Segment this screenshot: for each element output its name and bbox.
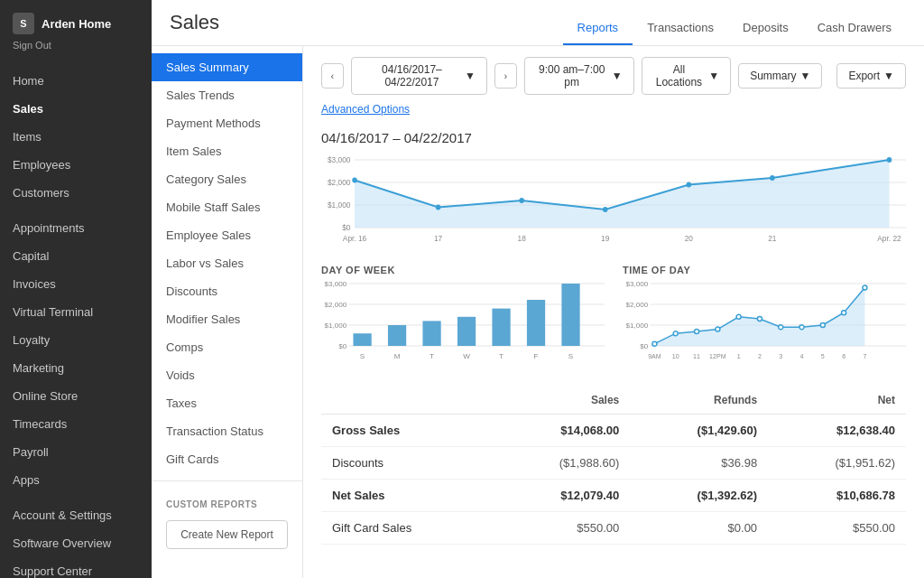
row-label: Gift Card Sales xyxy=(321,512,492,545)
svg-text:17: 17 xyxy=(434,234,442,243)
svg-rect-37 xyxy=(561,284,579,346)
main-chart-svg: $3,000 $2,000 $1,000 $0 xyxy=(321,151,906,250)
svg-rect-34 xyxy=(457,317,476,346)
nav-mobile-staff-sales[interactable]: Mobile Staff Sales xyxy=(152,193,302,221)
date-next-button[interactable]: › xyxy=(494,63,517,89)
svg-point-15 xyxy=(887,157,892,163)
nav-payment-methods[interactable]: Payment Methods xyxy=(152,109,302,137)
table-row: Discounts ($1,988.60) $36.98 ($1,951.62) xyxy=(321,447,906,480)
nav-gift-cards[interactable]: Gift Cards xyxy=(152,445,302,473)
svg-text:$0: $0 xyxy=(640,342,649,350)
sidebar-item-account[interactable]: Account & Settings xyxy=(0,501,152,529)
col-header-sales: Sales xyxy=(492,387,630,415)
sidebar-item-marketing[interactable]: Marketing xyxy=(0,354,152,382)
sidebar-item-loyalty[interactable]: Loyalty xyxy=(0,326,152,354)
svg-point-61 xyxy=(799,325,804,330)
tab-reports[interactable]: Reports xyxy=(563,12,633,45)
sidebar: S Arden Home Sign Out Home Sales Items E… xyxy=(0,0,152,578)
nav-employee-sales[interactable]: Employee Sales xyxy=(152,221,302,249)
sidebar-item-invoices[interactable]: Invoices xyxy=(0,270,152,298)
create-report-button[interactable]: Create New Report xyxy=(166,520,288,549)
svg-text:$1,000: $1,000 xyxy=(325,322,347,330)
svg-text:$3,000: $3,000 xyxy=(626,280,649,288)
date-prev-button[interactable]: ‹ xyxy=(321,63,344,89)
row-label: Gross Sales xyxy=(321,415,492,447)
nav-item-sales[interactable]: Item Sales xyxy=(152,137,302,165)
sidebar-item-timecards[interactable]: Timecards xyxy=(0,410,152,438)
sidebar-item-customers[interactable]: Customers xyxy=(0,179,152,207)
sidebar-item-virtual-terminal[interactable]: Virtual Terminal xyxy=(0,298,152,326)
nav-labor-vs-sales[interactable]: Labor vs Sales xyxy=(152,249,302,277)
svg-text:$0: $0 xyxy=(342,223,350,232)
svg-text:5: 5 xyxy=(821,353,825,359)
tab-deposits[interactable]: Deposits xyxy=(728,12,803,45)
svg-rect-33 xyxy=(422,321,440,346)
tab-cash-drawers[interactable]: Cash Drawers xyxy=(803,12,906,45)
row-label: Discounts xyxy=(321,447,492,480)
svg-text:12PM: 12PM xyxy=(709,353,726,359)
sidebar-item-items[interactable]: Items xyxy=(0,123,152,151)
nav-category-sales[interactable]: Category Sales xyxy=(152,165,302,193)
time-range-button[interactable]: 9:00 am–7:00 pm ▼ xyxy=(524,57,634,95)
content-area: Sales Summary Sales Trends Payment Metho… xyxy=(152,46,924,578)
row-sales: $12,079.40 xyxy=(492,480,630,512)
row-net: $550.00 xyxy=(768,512,906,545)
sidebar-item-payroll[interactable]: Payroll xyxy=(0,438,152,466)
sidebar-brand: Arden Home xyxy=(42,17,111,31)
export-button[interactable]: Export ▼ xyxy=(836,63,906,89)
sidebar-item-home[interactable]: Home xyxy=(0,67,152,95)
row-refunds: $0.00 xyxy=(630,512,768,545)
svg-text:1: 1 xyxy=(737,353,741,359)
sidebar-item-support[interactable]: Support Center xyxy=(0,557,152,578)
location-filter-button[interactable]: All Locations ▼ xyxy=(642,57,732,95)
nav-transaction-status[interactable]: Transaction Status xyxy=(152,417,302,445)
report-area: ‹ 04/16/2017–04/22/2017 ▼ › 9:00 am–7:00… xyxy=(303,46,924,578)
main-content: Sales Reports Transactions Deposits Cash… xyxy=(152,0,924,578)
svg-text:19: 19 xyxy=(601,234,609,243)
nav-discounts[interactable]: Discounts xyxy=(152,277,302,305)
sidebar-item-apps[interactable]: Apps xyxy=(0,466,152,494)
svg-text:3: 3 xyxy=(779,353,782,359)
row-net: $12,638.40 xyxy=(768,415,906,447)
nav-modifier-sales[interactable]: Modifier Sales xyxy=(152,305,302,333)
svg-text:$1,000: $1,000 xyxy=(328,200,351,210)
svg-text:$2,000: $2,000 xyxy=(328,178,351,187)
advanced-options-link[interactable]: Advanced Options xyxy=(321,103,410,116)
row-net: ($1,951.62) xyxy=(768,447,906,480)
day-of-week-title: DAY OF WEEK xyxy=(321,265,605,275)
sidebar-item-sales[interactable]: Sales xyxy=(0,95,152,123)
svg-point-10 xyxy=(436,205,441,210)
nav-taxes[interactable]: Taxes xyxy=(152,389,302,417)
sidebar-item-capital[interactable]: Capital xyxy=(0,242,152,270)
svg-point-12 xyxy=(603,207,608,212)
nav-sales-trends[interactable]: Sales Trends xyxy=(152,81,302,109)
row-label: Net Sales xyxy=(321,480,492,512)
svg-text:T: T xyxy=(430,352,434,360)
nav-comps[interactable]: Comps xyxy=(152,333,302,361)
svg-point-57 xyxy=(716,327,720,331)
svg-text:F: F xyxy=(534,352,539,360)
svg-text:T: T xyxy=(499,352,504,360)
time-of-day-chart: TIME OF DAY $3,000 $2,000 $1,000 $0 xyxy=(623,265,906,372)
svg-text:$3,000: $3,000 xyxy=(325,280,347,288)
svg-rect-35 xyxy=(492,309,510,346)
sidebar-item-software[interactable]: Software Overview xyxy=(0,529,152,557)
sign-out-link[interactable]: Sign Out xyxy=(0,40,152,60)
row-refunds: $36.98 xyxy=(630,447,768,480)
chart-date-range-title: 04/16/2017 – 04/22/2017 xyxy=(321,130,906,145)
summary-filter-button[interactable]: Summary ▼ xyxy=(738,63,822,89)
nav-voids[interactable]: Voids xyxy=(152,361,302,389)
sidebar-item-online-store[interactable]: Online Store xyxy=(0,382,152,410)
row-sales: $550.00 xyxy=(492,512,630,545)
nav-sales-summary[interactable]: Sales Summary xyxy=(152,53,302,81)
filter-bar: ‹ 04/16/2017–04/22/2017 ▼ › 9:00 am–7:00… xyxy=(321,57,906,95)
date-range-button[interactable]: 04/16/2017–04/22/2017 ▼ xyxy=(351,57,487,95)
svg-point-64 xyxy=(863,285,867,290)
svg-text:S: S xyxy=(568,352,573,360)
summary-table: Sales Refunds Net Gross Sales $14,068.00… xyxy=(321,387,906,545)
tab-transactions[interactable]: Transactions xyxy=(633,12,728,45)
sidebar-item-employees[interactable]: Employees xyxy=(0,151,152,179)
svg-text:W: W xyxy=(463,352,470,360)
time-of-day-title: TIME OF DAY xyxy=(623,265,906,275)
sidebar-item-appointments[interactable]: Appointments xyxy=(0,214,152,242)
